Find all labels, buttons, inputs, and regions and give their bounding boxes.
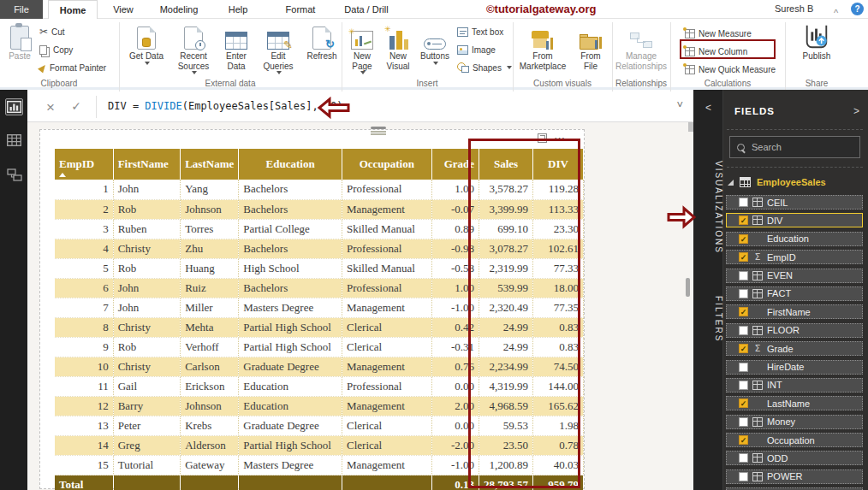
checkbox-checked-icon[interactable]: [739, 398, 748, 408]
field-row-odd[interactable]: ODD: [726, 451, 863, 465]
checkbox-checked-icon[interactable]: [739, 252, 748, 262]
field-row-hiredate[interactable]: HireDate: [726, 360, 863, 375]
tab-help[interactable]: Help: [216, 0, 260, 19]
checkbox-unchecked-icon[interactable]: [739, 198, 748, 207]
field-row-firstname[interactable]: FirstName: [726, 304, 863, 319]
help-icon[interactable]: [851, 3, 864, 15]
collapse-ribbon-icon[interactable]: [834, 4, 838, 20]
data-view-button[interactable]: [5, 132, 23, 149]
table-row[interactable]: 1JohnYangBachelorsProfessional1.003,578.…: [55, 180, 584, 199]
table-row[interactable]: 3RubenTorresPartial CollegeSkilled Manua…: [55, 219, 584, 239]
cancel-formula-icon[interactable]: [43, 99, 58, 116]
table-row[interactable]: 11GailEricksonEducationProfessional0.004…: [55, 376, 584, 396]
table-row[interactable]: 5RobHuangHigh SchoolSkilled Manual-0.582…: [55, 258, 584, 278]
from-marketplace-button[interactable]: From Marketplace: [515, 22, 570, 71]
shapes-button[interactable]: Shapes: [457, 60, 512, 75]
checkbox-checked-icon[interactable]: [739, 435, 748, 445]
checkbox-checked-icon[interactable]: [739, 344, 748, 353]
tab-data-drill[interactable]: Data / Drill: [334, 0, 399, 19]
column-header-div[interactable]: DIV: [533, 149, 584, 180]
field-row-money[interactable]: Money: [726, 415, 863, 429]
from-file-button[interactable]: From File: [574, 22, 608, 71]
new-page-button[interactable]: New Page: [344, 22, 380, 74]
table-row[interactable]: 12BarryJohnsonEducationManagement2.004,9…: [55, 396, 584, 416]
cut-button[interactable]: Cut: [39, 24, 65, 39]
field-row-even[interactable]: EVEN: [726, 269, 863, 283]
dax-formula-bar[interactable]: DIV = DIVIDE(EmployeeSales[Sales], 30): [27, 92, 693, 122]
field-row-empid[interactable]: EmpID: [726, 250, 863, 264]
table-row[interactable]: 14GregAldersonPartial High SchoolClerica…: [55, 435, 584, 455]
table-row[interactable]: 13PeterKrebsGraduate DegreeClerical0.005…: [55, 416, 584, 435]
collapse-table-icon[interactable]: [728, 180, 734, 186]
paste-button[interactable]: Paste: [3, 22, 36, 62]
checkbox-unchecked-icon[interactable]: [739, 381, 748, 390]
column-header-occupation[interactable]: Occupation: [342, 149, 432, 180]
field-row-grade[interactable]: Grade: [726, 341, 863, 356]
field-row-education[interactable]: Education: [726, 232, 863, 246]
recent-sources-button[interactable]: Recent Sources: [169, 22, 217, 74]
enter-data-button[interactable]: Enter Data: [219, 22, 253, 71]
table-row[interactable]: 2RobJohnsonBachelorsManagement-0.073,399…: [55, 199, 584, 219]
field-row-occupation[interactable]: Occupation: [726, 433, 863, 447]
format-painter-button[interactable]: Format Painter: [39, 60, 106, 75]
checkbox-unchecked-icon[interactable]: [739, 271, 748, 280]
table-visual[interactable]: EmpIDFirstNameLastNameEducationOccupatio…: [39, 129, 585, 489]
get-data-button[interactable]: Get Data: [127, 22, 166, 65]
checkbox-unchecked-icon[interactable]: [739, 363, 748, 372]
field-row-power[interactable]: POWER: [726, 469, 863, 484]
tab-home[interactable]: Home: [48, 0, 98, 19]
field-row-div[interactable]: DIV: [726, 213, 863, 227]
checkbox-unchecked-icon[interactable]: [739, 453, 748, 463]
tab-view[interactable]: View: [104, 0, 142, 19]
column-header-lastname[interactable]: LastName: [181, 149, 239, 180]
new-quick-measure-button[interactable]: New Quick Measure: [685, 62, 776, 77]
table-row[interactable]: 6JohnRuizBachelorsProfessional1.00539.99…: [55, 278, 584, 298]
table-row[interactable]: 9RobVerhoffPartial High SchoolClerical-0…: [55, 337, 584, 357]
checkbox-checked-icon[interactable]: [739, 307, 748, 316]
tab-modeling[interactable]: Modeling: [149, 0, 209, 19]
checkbox-unchecked-icon[interactable]: [739, 326, 748, 335]
tab-file[interactable]: File: [0, 0, 43, 19]
report-view-button[interactable]: [5, 98, 23, 115]
checkbox-checked-icon[interactable]: [739, 215, 748, 225]
checkbox-unchecked-icon[interactable]: [739, 472, 748, 481]
manage-relationships-button[interactable]: Manage Relationships: [613, 22, 669, 71]
checkbox-unchecked-icon[interactable]: [739, 417, 748, 427]
image-button[interactable]: Image: [457, 42, 496, 57]
new-visual-button[interactable]: New Visual: [382, 22, 414, 71]
table-row[interactable]: 4ChristyZhuBachelorsProfessional-0.983,0…: [55, 239, 584, 258]
text-box-button[interactable]: Text box: [457, 24, 503, 39]
fields-search-box[interactable]: [729, 136, 860, 158]
column-header-grade[interactable]: Grade: [431, 149, 479, 180]
visualizations-pane-tab[interactable]: VISUALIZATIONS: [693, 134, 723, 280]
visual-drag-handle-icon[interactable]: [371, 127, 386, 135]
edit-queries-button[interactable]: Edit Queries: [257, 22, 300, 74]
copy-button[interactable]: Copy: [39, 42, 73, 57]
field-row-int[interactable]: INT: [726, 378, 863, 393]
table-row[interactable]: 15TutorialGatewayMasters DegreeManagemen…: [55, 455, 584, 475]
checkbox-unchecked-icon[interactable]: [739, 289, 748, 298]
field-row-ceil[interactable]: CEIL: [726, 195, 863, 210]
table-row[interactable]: 10ChristyCarlsonGraduate DegreeManagemen…: [55, 357, 584, 376]
column-header-sales[interactable]: Sales: [479, 149, 533, 180]
model-view-button[interactable]: [5, 166, 23, 183]
collapse-fields-pane-icon[interactable]: [853, 105, 859, 117]
expand-pane-icon[interactable]: [693, 102, 723, 114]
field-row-lastname[interactable]: LastName: [726, 396, 863, 410]
field-row-floor[interactable]: FLOOR: [726, 323, 863, 338]
table-node-employeesales[interactable]: EmployeeSales: [728, 174, 826, 190]
field-row-fact[interactable]: FACT: [726, 286, 863, 301]
more-options-icon[interactable]: [554, 130, 565, 145]
new-column-button[interactable]: New Column: [685, 44, 747, 59]
canvas-scrollbar-thumb[interactable]: [686, 278, 690, 297]
new-measure-button[interactable]: New Measure: [685, 26, 752, 41]
filters-pane-tab[interactable]: FILTERS: [693, 285, 723, 353]
column-header-firstname[interactable]: FirstName: [113, 149, 181, 180]
refresh-button[interactable]: Refresh: [303, 22, 341, 62]
column-header-empid[interactable]: EmpID: [55, 149, 113, 180]
table-row[interactable]: 7JohnMillerMasters DegreeManagement-1.00…: [55, 298, 584, 317]
tab-format[interactable]: Format: [276, 0, 325, 19]
table-row[interactable]: 8ChristyMehtaPartial High SchoolClerical…: [55, 317, 584, 337]
expand-formula-bar-icon[interactable]: [676, 98, 683, 111]
focus-mode-icon[interactable]: [538, 133, 547, 143]
